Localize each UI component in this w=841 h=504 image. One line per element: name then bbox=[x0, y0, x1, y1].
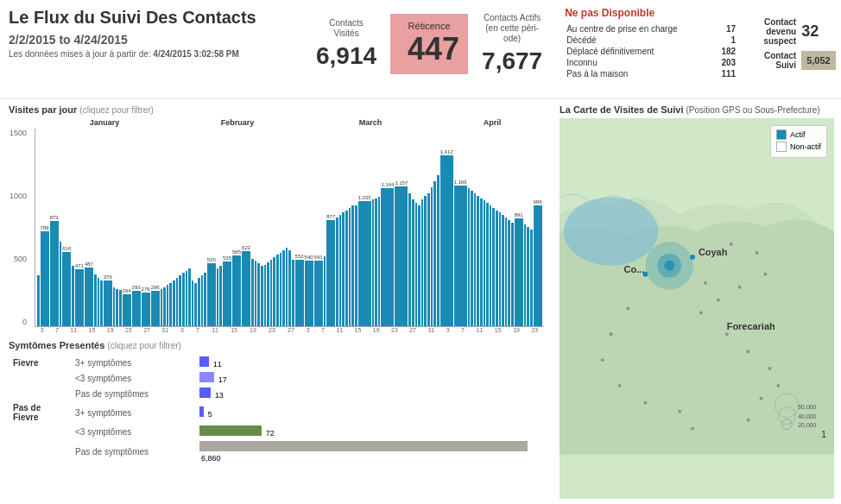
bar[interactable] bbox=[75, 269, 84, 326]
bar[interactable] bbox=[194, 283, 197, 326]
bar[interactable] bbox=[85, 268, 93, 326]
bar[interactable] bbox=[198, 278, 200, 326]
bar[interactable] bbox=[123, 294, 131, 326]
bar[interactable] bbox=[486, 203, 489, 326]
bar[interactable] bbox=[355, 205, 357, 326]
bar[interactable] bbox=[255, 261, 257, 326]
bar[interactable] bbox=[349, 208, 351, 326]
bar[interactable] bbox=[474, 193, 477, 326]
bar[interactable] bbox=[408, 193, 411, 326]
bar[interactable] bbox=[339, 215, 342, 326]
bar[interactable] bbox=[524, 224, 527, 326]
bar[interactable] bbox=[496, 211, 498, 326]
bar[interactable] bbox=[276, 255, 279, 326]
bar[interactable] bbox=[270, 260, 273, 326]
bar[interactable] bbox=[431, 187, 433, 326]
bar[interactable] bbox=[468, 188, 471, 326]
bar[interactable] bbox=[142, 293, 150, 326]
bar[interactable] bbox=[179, 275, 181, 326]
bar[interactable] bbox=[508, 220, 510, 326]
bar[interactable] bbox=[173, 280, 175, 326]
bar[interactable] bbox=[242, 251, 250, 326]
bar[interactable] bbox=[378, 197, 381, 326]
bar[interactable] bbox=[342, 212, 345, 326]
bar[interactable] bbox=[454, 186, 467, 326]
bar[interactable] bbox=[232, 255, 241, 326]
bar[interactable] bbox=[324, 256, 326, 326]
bar[interactable] bbox=[116, 289, 118, 326]
bar[interactable] bbox=[424, 196, 427, 326]
bar[interactable] bbox=[421, 199, 424, 326]
bar[interactable] bbox=[440, 155, 453, 326]
bar[interactable] bbox=[415, 203, 418, 326]
bar[interactable] bbox=[515, 218, 523, 326]
bar[interactable] bbox=[534, 205, 542, 326]
bar[interactable] bbox=[41, 231, 49, 326]
bar[interactable] bbox=[358, 201, 371, 326]
bar[interactable] bbox=[326, 220, 335, 326]
bar[interactable] bbox=[104, 280, 112, 326]
bar[interactable] bbox=[372, 199, 375, 326]
bar[interactable] bbox=[471, 191, 473, 326]
bar[interactable] bbox=[381, 188, 394, 326]
bar[interactable] bbox=[264, 265, 267, 326]
bar[interactable] bbox=[257, 263, 260, 326]
bar[interactable] bbox=[282, 250, 285, 326]
bar[interactable] bbox=[223, 261, 231, 326]
bar[interactable] bbox=[437, 175, 439, 326]
bar[interactable] bbox=[418, 205, 420, 326]
bar[interactable] bbox=[314, 261, 323, 326]
bar[interactable] bbox=[375, 198, 377, 326]
bar[interactable] bbox=[505, 217, 508, 326]
bar[interactable] bbox=[50, 221, 59, 326]
bar[interactable] bbox=[267, 262, 269, 326]
bar[interactable] bbox=[502, 215, 504, 326]
bar[interactable] bbox=[207, 263, 216, 326]
bar[interactable] bbox=[161, 289, 163, 326]
bar[interactable] bbox=[217, 268, 219, 326]
bar[interactable] bbox=[480, 198, 483, 326]
bar[interactable] bbox=[490, 205, 492, 326]
bar[interactable] bbox=[305, 261, 313, 326]
bar[interactable] bbox=[492, 208, 495, 326]
bar[interactable] bbox=[176, 278, 179, 326]
bar[interactable] bbox=[201, 275, 204, 326]
bar[interactable] bbox=[119, 290, 122, 326]
bar[interactable] bbox=[186, 271, 188, 326]
bar[interactable] bbox=[286, 248, 288, 326]
bar[interactable] bbox=[273, 257, 275, 326]
bar[interactable] bbox=[72, 266, 74, 326]
bar[interactable] bbox=[499, 212, 502, 326]
bar[interactable] bbox=[192, 280, 194, 326]
bar[interactable] bbox=[345, 211, 348, 326]
bar[interactable] bbox=[530, 230, 533, 326]
bar[interactable] bbox=[336, 217, 338, 326]
bar[interactable] bbox=[251, 259, 254, 326]
bar[interactable] bbox=[163, 287, 166, 326]
bar[interactable] bbox=[100, 280, 103, 326]
bar[interactable] bbox=[182, 273, 185, 326]
bar[interactable] bbox=[412, 199, 414, 326]
bar[interactable] bbox=[37, 275, 40, 326]
bar[interactable] bbox=[167, 285, 169, 326]
bar[interactable] bbox=[433, 181, 436, 326]
bar[interactable] bbox=[427, 193, 430, 326]
bar[interactable] bbox=[62, 252, 71, 326]
bar[interactable] bbox=[295, 260, 304, 326]
bar[interactable] bbox=[511, 223, 514, 326]
bar[interactable] bbox=[527, 227, 529, 326]
bar[interactable] bbox=[261, 266, 263, 326]
bar[interactable] bbox=[151, 291, 160, 326]
bar[interactable] bbox=[280, 253, 282, 326]
bar[interactable] bbox=[113, 287, 116, 326]
bar[interactable] bbox=[132, 291, 141, 326]
bar[interactable] bbox=[60, 242, 62, 326]
bar[interactable] bbox=[98, 278, 100, 326]
bar[interactable] bbox=[188, 268, 191, 326]
bar[interactable] bbox=[288, 250, 291, 326]
bar[interactable] bbox=[351, 205, 354, 326]
bar[interactable] bbox=[94, 274, 97, 326]
bar[interactable] bbox=[484, 200, 486, 326]
bar[interactable] bbox=[169, 283, 172, 326]
bar[interactable] bbox=[292, 260, 294, 326]
